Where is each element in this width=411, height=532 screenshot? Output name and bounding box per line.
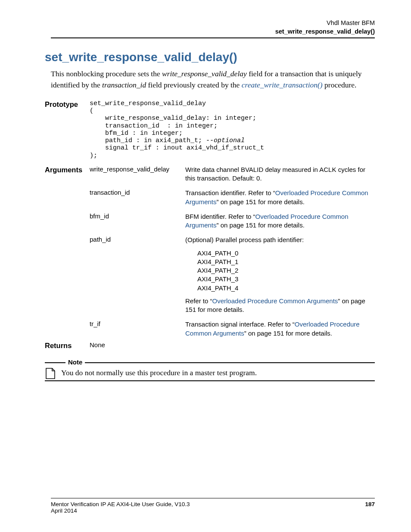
returns-value: None — [90, 341, 375, 348]
page-footer: Mentor Verification IP AE AXI4-Lite User… — [51, 498, 375, 514]
arguments-section: Arguments write_response_valid_delay Wri… — [51, 165, 375, 340]
intro-text: procedure. — [323, 81, 357, 89]
code-line: ); — [90, 152, 97, 159]
returns-label: Returns — [45, 341, 90, 350]
page-title: set_write_response_valid_delay() — [45, 50, 375, 64]
arg-desc: BFM identifier. Refer to “Overloaded Pro… — [185, 212, 375, 230]
arg-desc-text: ” on page 151 for more details. — [244, 330, 332, 337]
arg-desc-text: Refer to “ — [185, 297, 212, 305]
note-label: Note — [65, 358, 85, 366]
arg-desc: (Optional) Parallel process path identif… — [185, 236, 375, 314]
code-line: bfm_id : in integer; — [90, 130, 183, 137]
note-text: You do not normally use this procedure i… — [61, 367, 375, 378]
header-line1: Vhdl Master BFM — [51, 19, 375, 28]
note-rule — [85, 362, 375, 363]
arg-desc-text: BFM identifier. Refer to “ — [185, 213, 255, 220]
argument-row: bfm_id BFM identifier. Refer to “Overloa… — [90, 212, 375, 230]
argument-row: write_response_valid_delay Write data ch… — [90, 165, 375, 183]
header-rule — [51, 37, 375, 38]
intro-field2: transaction_id — [102, 81, 146, 89]
arg-desc-text: Transaction identifier. Refer to “ — [185, 189, 275, 196]
enum-value: AXI4_PATH_4 — [197, 284, 375, 292]
argument-row: transaction_id Transaction identifier. R… — [90, 189, 375, 206]
arguments-label: Arguments — [45, 165, 90, 340]
footer-title: Mentor Verification IP AE AXI4-Lite User… — [51, 501, 190, 507]
code-line: path_id : in axi4_path_t; — [90, 137, 206, 144]
arg-name: transaction_id — [90, 189, 185, 206]
enum-value: AXI4_PATH_0 — [197, 249, 375, 258]
note-rule — [45, 362, 65, 363]
returns-section: Returns None — [51, 341, 375, 350]
enum-value: AXI4_PATH_3 — [197, 275, 375, 283]
intro-text: field previously created by the — [146, 81, 242, 89]
footer-date: April 2014 — [51, 507, 375, 514]
page-header: Vhdl Master BFM set_write_response_valid… — [51, 19, 375, 36]
arg-desc-text: Refer to “Overloaded Procedure Common Ar… — [185, 297, 375, 314]
argument-row: path_id (Optional) Parallel process path… — [90, 236, 375, 314]
arg-desc: Transaction identifier. Refer to “Overlo… — [185, 189, 375, 206]
code-line: signal tr_if : inout axi4_vhd_if_struct_… — [90, 144, 264, 152]
arg-desc-text: Transaction signal interface. Refer to “ — [185, 320, 295, 328]
code-line: write_response_valid_delay: in integer; — [90, 115, 256, 122]
argument-row: tr_if Transaction signal interface. Refe… — [90, 320, 375, 338]
intro-paragraph: This nonblocking procedure sets the writ… — [51, 68, 375, 90]
overloaded-args-link[interactable]: Overloaded Procedure Common Arguments — [212, 297, 338, 305]
arg-desc: Write data channel BVALID delay measured… — [185, 165, 375, 183]
enum-value: AXI4_PATH_2 — [197, 266, 375, 275]
arg-name: write_response_valid_delay — [90, 165, 185, 183]
code-line: transaction_id : in integer; — [90, 122, 218, 130]
arg-name: bfm_id — [90, 212, 185, 230]
path-enum-list: AXI4_PATH_0 AXI4_PATH_1 AXI4_PATH_2 AXI4… — [185, 249, 375, 292]
note-box: Note You do not normally use this proced… — [45, 359, 375, 381]
arg-desc-text: (Optional) Parallel process path identif… — [185, 236, 375, 244]
create-write-transaction-link[interactable]: create_write_transaction() — [242, 81, 323, 89]
arg-name: tr_if — [90, 320, 185, 338]
arg-name: path_id — [90, 236, 185, 314]
footer-rule — [51, 498, 375, 498]
code-line: ( — [90, 107, 93, 115]
note-icon — [45, 367, 56, 380]
code-line: set_write_response_valid_delay — [90, 100, 206, 107]
header-line2: set_write_response_valid_delay() — [51, 28, 375, 36]
prototype-label: Prototype — [45, 100, 90, 159]
page-number: 187 — [365, 501, 375, 507]
note-rule — [45, 380, 375, 381]
prototype-code: set_write_response_valid_delay ( write_r… — [90, 100, 375, 159]
arg-desc-text: ” on page 151 for more details. — [217, 198, 305, 205]
enum-value: AXI4_PATH_1 — [197, 258, 375, 266]
intro-field1: write_response_valid_delay — [162, 69, 247, 78]
arg-desc: Transaction signal interface. Refer to “… — [185, 320, 375, 338]
arg-desc-text: ” on page 151 for more details. — [217, 221, 305, 229]
prototype-section: Prototype set_write_response_valid_delay… — [51, 100, 375, 159]
intro-text: This nonblocking procedure sets the — [51, 69, 162, 78]
code-comment: --optional — [206, 137, 245, 144]
